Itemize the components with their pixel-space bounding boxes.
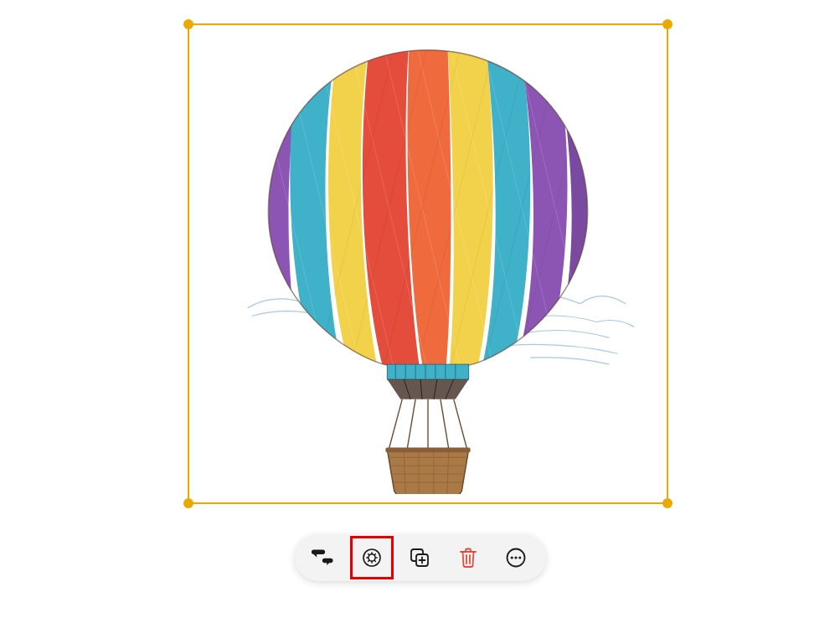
more-icon [505, 547, 527, 569]
resize-handle-bottom-right[interactable] [662, 498, 673, 508]
svg-point-62 [511, 556, 513, 559]
svg-line-51 [374, 554, 375, 555]
resize-handle-bottom-left[interactable] [183, 498, 193, 508]
action-toolbar [295, 534, 546, 581]
svg-rect-43 [385, 447, 470, 452]
svg-line-29 [389, 399, 402, 450]
svg-point-64 [518, 556, 521, 559]
svg-point-63 [515, 556, 518, 559]
canvas-artwork [198, 33, 658, 494]
resize-handle-top-right[interactable] [662, 19, 673, 29]
svg-line-52 [368, 560, 369, 561]
duplicate-icon [409, 547, 430, 569]
svg-line-53 [374, 560, 375, 561]
svg-line-33 [454, 399, 467, 450]
svg-marker-24 [387, 379, 468, 399]
svg-line-30 [407, 399, 415, 450]
delete-icon [458, 547, 478, 569]
delete-button[interactable] [450, 539, 487, 576]
feedback-button[interactable] [306, 539, 343, 576]
svg-line-50 [368, 554, 369, 555]
hot-air-balloon-illustration [198, 33, 658, 494]
resize-handle-top-left[interactable] [183, 19, 193, 29]
editor-stage [0, 0, 840, 628]
svg-point-44 [363, 549, 380, 566]
feedback-icon [312, 548, 337, 568]
duplicate-button[interactable] [401, 539, 438, 576]
selection-frame[interactable] [188, 23, 668, 504]
settings-button[interactable] [353, 539, 390, 576]
more-button[interactable] [497, 539, 534, 576]
svg-line-32 [441, 399, 449, 450]
svg-rect-16 [387, 364, 468, 379]
settings-icon [361, 547, 383, 569]
